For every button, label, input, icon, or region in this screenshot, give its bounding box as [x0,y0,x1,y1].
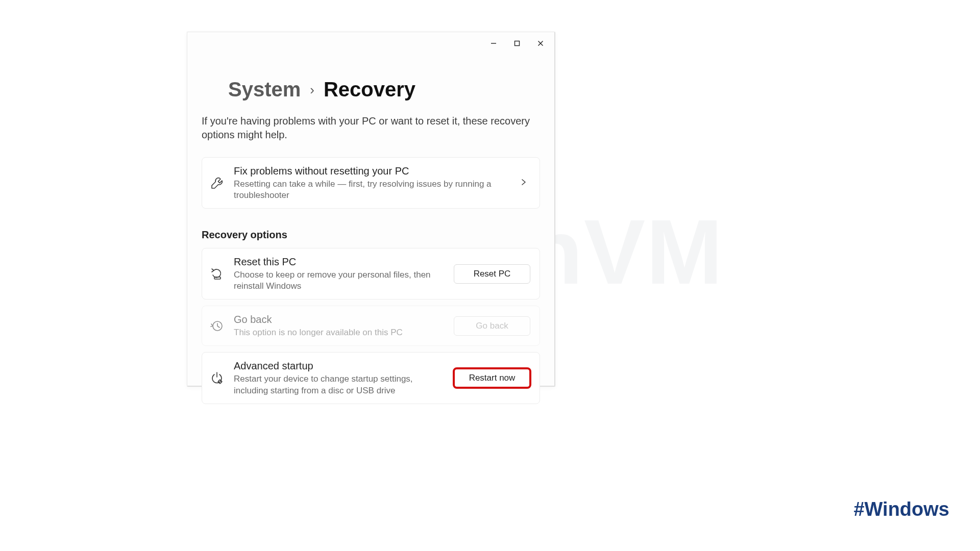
page-title: Recovery [324,78,415,101]
advanced-startup-card: Advanced startup Restart your device to … [202,352,540,404]
minimize-icon [490,40,497,47]
reset-title: Reset this PC [234,256,445,268]
advanced-desc: Restart your device to change startup se… [234,373,445,396]
reset-desc: Choose to keep or remove your personal f… [234,269,445,292]
maximize-icon [513,40,521,47]
advanced-title: Advanced startup [234,360,445,372]
breadcrumb-separator: › [310,82,314,98]
breadcrumb: System › Recovery [228,78,540,101]
goback-desc: This option is no longer available on th… [234,327,445,338]
goback-title: Go back [234,313,445,326]
fix-desc: Resetting can take a while — first, try … [234,179,511,201]
power-gear-icon [209,370,225,386]
restart-now-button[interactable]: Restart now [454,368,530,388]
reset-icon [209,266,225,282]
close-button[interactable] [529,35,552,52]
breadcrumb-parent[interactable]: System [228,78,301,101]
history-icon [209,318,225,334]
intro-text: If you're having problems with your PC o… [202,114,533,142]
fix-problems-card[interactable]: Fix problems without resetting your PC R… [202,157,540,209]
window-controls [482,35,552,52]
fix-title: Fix problems without resetting your PC [234,165,511,178]
svg-rect-4 [214,277,220,279]
close-icon [537,40,544,47]
maximize-button[interactable] [505,35,529,52]
settings-window: System › Recovery If you're having probl… [187,32,555,387]
recovery-options-label: Recovery options [202,229,540,241]
go-back-button: Go back [454,316,530,336]
go-back-card: Go back This option is no longer availab… [202,306,540,346]
reset-pc-card: Reset this PC Choose to keep or remove y… [202,248,540,299]
wrench-icon [209,176,225,191]
reset-pc-button[interactable]: Reset PC [454,264,530,284]
hashtag-label: #Windows [853,498,949,520]
minimize-button[interactable] [482,35,505,52]
svg-rect-1 [515,41,520,46]
chevron-right-icon [520,179,530,188]
